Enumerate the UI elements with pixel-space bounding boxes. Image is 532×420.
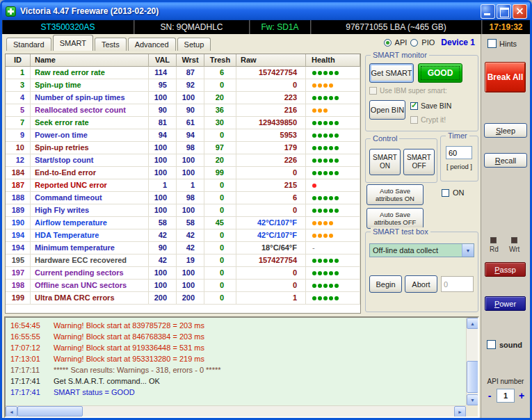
cell-name: Airflow temperature xyxy=(31,217,149,229)
auto-save-attributes-off-button[interactable]: Auto Save attributes OFF xyxy=(366,208,424,229)
abort-test-button[interactable]: Abort xyxy=(405,275,437,293)
cell-raw: 157427754 xyxy=(236,255,306,267)
cell-raw: 0 xyxy=(236,167,306,179)
tab-standard[interactable]: Standard xyxy=(6,38,51,51)
break-all-button[interactable]: Break All xyxy=(485,62,526,92)
timer-on-checkbox[interactable] xyxy=(442,189,449,197)
health-dot xyxy=(329,96,333,100)
cell-val: 100 xyxy=(149,204,177,217)
table-row[interactable]: 1Raw read error rate114876157427754 xyxy=(6,67,360,79)
health-dot xyxy=(318,83,322,88)
smart-off-button[interactable]: SMART OFF xyxy=(403,149,435,175)
health-dot xyxy=(323,196,328,200)
api-radio[interactable] xyxy=(384,39,392,47)
cell-health xyxy=(306,267,360,280)
tab-smart[interactable]: SMART xyxy=(53,35,93,51)
cell-tresh: 0 xyxy=(204,255,236,267)
health-dot xyxy=(329,121,333,125)
timer-period-input[interactable] xyxy=(446,146,472,159)
horizontal-scroll-thumb[interactable] xyxy=(17,406,83,417)
recall-button[interactable]: Recall xyxy=(484,153,527,168)
smart-status-good-button[interactable]: GOOD xyxy=(418,63,462,83)
cell-name: Current pending sectors xyxy=(31,267,149,280)
hints-label: Hints xyxy=(499,40,517,48)
scroll-left-button[interactable]: ◄ xyxy=(6,406,17,417)
sleep-button[interactable]: Sleep xyxy=(484,123,527,138)
cell-health xyxy=(306,79,360,92)
log-horizontal-scrollbar[interactable]: ◄ ► xyxy=(6,405,466,417)
api-increment-button[interactable]: + xyxy=(517,390,526,401)
table-row[interactable]: 12Start/stop count10010020226 xyxy=(6,154,360,167)
health-dot xyxy=(323,234,328,238)
cell-val: 81 xyxy=(149,117,177,129)
get-smart-button[interactable]: Get SMART xyxy=(369,63,414,83)
pio-radio[interactable] xyxy=(410,39,418,47)
power-button[interactable]: Power xyxy=(485,296,526,311)
health-dot xyxy=(323,259,328,263)
health-dot xyxy=(323,171,328,175)
table-row[interactable]: 194Minimum temperature9042018°C/64°F- xyxy=(6,242,360,255)
table-row[interactable]: 10Spin-up retries1009897179 xyxy=(6,142,360,154)
health-dot xyxy=(334,296,339,300)
smart-on-button[interactable]: SMART ON xyxy=(369,149,401,175)
tab-advanced[interactable]: Advanced xyxy=(128,38,176,51)
crypt-it-checkbox[interactable] xyxy=(410,116,418,124)
table-row[interactable]: 189High Fly writes10010000 xyxy=(6,204,360,217)
table-row[interactable]: 195Hardware ECC recovered42190157427754 xyxy=(6,255,360,267)
table-row[interactable]: 188Command timeout1009806 xyxy=(6,192,360,204)
table-row[interactable]: 198Offline scan UNC sectors10010000 xyxy=(6,280,360,292)
cell-tresh: 20 xyxy=(204,154,236,167)
smart-control-panel: SMART monitor Get SMART GOOD Use IBM sup… xyxy=(364,51,481,316)
tab-setup[interactable]: Setup xyxy=(177,38,211,51)
table-row[interactable]: 9Power-on time949405953 xyxy=(6,129,360,142)
health-dot xyxy=(312,71,316,75)
cell-wrst: 100 xyxy=(177,204,204,217)
scroll-down-button[interactable]: ▼ xyxy=(467,394,478,405)
table-row[interactable]: 5Reallocated sector count909036216 xyxy=(6,104,360,117)
begin-test-button[interactable]: Begin xyxy=(369,275,402,293)
scroll-right-button[interactable]: ► xyxy=(454,406,466,417)
auto-save-attributes-on-button[interactable]: Auto Save attributes ON xyxy=(366,184,424,205)
open-bin-button[interactable]: Open BIN xyxy=(369,100,405,120)
table-row[interactable]: 194HDA Temperature4242042°C/107°F xyxy=(6,229,360,242)
health-dot xyxy=(312,121,316,125)
cell-health xyxy=(306,167,360,179)
table-row[interactable]: 184End-to-End error100100990 xyxy=(6,167,360,179)
hints-checkbox[interactable] xyxy=(487,39,497,48)
scroll-up-button[interactable]: ▲ xyxy=(467,318,478,329)
table-row[interactable]: 4Number of spin-up times10010020223 xyxy=(6,92,360,104)
cell-health xyxy=(306,117,360,129)
api-decrement-button[interactable]: - xyxy=(485,390,494,401)
password-button[interactable]: Passp xyxy=(485,262,526,277)
cell-raw: 6 xyxy=(236,192,306,204)
table-row[interactable]: 7Seek error rate816130129439850 xyxy=(6,117,360,129)
log-lines: 16:54:45Warning! Block start at 83978572… xyxy=(6,318,466,405)
cell-raw: 129439850 xyxy=(236,117,306,129)
table-row[interactable]: 199Ultra DMA CRC errors20020001 xyxy=(6,292,360,305)
minimize-button[interactable] xyxy=(481,4,495,19)
sound-checkbox[interactable] xyxy=(487,340,496,349)
table-row[interactable]: 197Current pending sectors10010000 xyxy=(6,267,360,280)
control-group: Control SMART ON SMART OFF xyxy=(365,138,437,183)
table-row[interactable]: 187Reported UNC error110215 xyxy=(6,179,360,192)
dropdown-arrow-icon[interactable]: ▼ xyxy=(462,244,474,257)
vertical-scroll-thumb[interactable] xyxy=(467,361,478,393)
close-button[interactable] xyxy=(513,4,527,19)
table-row[interactable]: 190Airflow temperature58584542°C/107°F xyxy=(6,217,360,229)
column-header-name: Name xyxy=(31,54,149,67)
table-row[interactable]: 3Spin-up time959200 xyxy=(6,79,360,92)
cell-id: 190 xyxy=(6,217,31,229)
maximize-button[interactable] xyxy=(497,4,511,19)
smart-test-select[interactable]: Off-line data collect ▼ xyxy=(369,243,474,257)
health-dot xyxy=(312,184,316,188)
tab-tests[interactable]: Tests xyxy=(95,38,127,51)
cell-health xyxy=(306,154,360,167)
cell-health xyxy=(306,179,360,192)
cell-raw: 42°C/107°F xyxy=(236,217,306,229)
log-vertical-scrollbar[interactable]: ▲ ▼ xyxy=(466,318,478,405)
save-bin-checkbox[interactable]: ✓ xyxy=(410,102,418,110)
cell-id: 4 xyxy=(6,92,31,104)
ibm-super-smart-checkbox[interactable] xyxy=(369,87,377,95)
crypt-it-label: Crypt it! xyxy=(421,115,446,124)
api-number-value: 1 xyxy=(497,389,515,403)
